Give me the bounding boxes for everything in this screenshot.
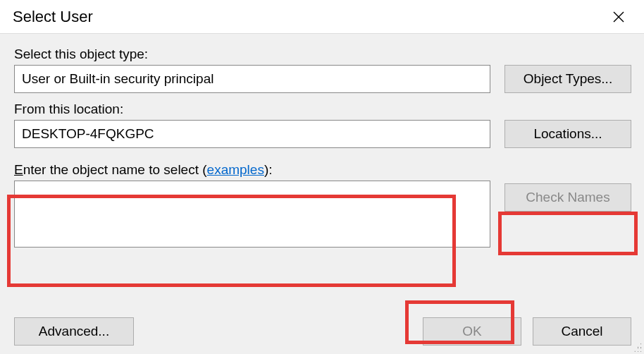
cancel-button[interactable]: Cancel xyxy=(533,317,631,346)
location-label: From this location: xyxy=(14,102,631,117)
locations-button[interactable]: Locations... xyxy=(504,120,631,148)
object-name-label: Enter the object name to select (example… xyxy=(14,162,631,178)
object-type-value: User or Built-in security principal xyxy=(14,65,490,93)
object-type-label: Select this object type: xyxy=(14,47,631,62)
resize-grip[interactable]: .:.:: xyxy=(633,343,643,353)
advanced-button[interactable]: Advanced... xyxy=(14,317,134,346)
examples-link[interactable]: examples xyxy=(207,162,264,177)
close-icon xyxy=(612,11,625,23)
ok-button[interactable]: OK xyxy=(423,317,521,346)
dialog-title: Select User xyxy=(13,8,93,26)
titlebar: Select User xyxy=(0,0,644,34)
object-type-section: Select this object type: User or Built-i… xyxy=(14,47,631,93)
location-section: From this location: DESKTOP-4FQKGPC Loca… xyxy=(14,102,631,148)
object-types-button[interactable]: Object Types... xyxy=(504,65,631,93)
object-name-section: Enter the object name to select (example… xyxy=(14,162,631,251)
dialog-content: Select this object type: User or Built-i… xyxy=(0,34,644,354)
check-names-button[interactable]: Check Names xyxy=(504,183,631,212)
location-value: DESKTOP-4FQKGPC xyxy=(14,120,490,148)
close-button[interactable] xyxy=(603,4,634,30)
footer-row: Advanced... OK Cancel xyxy=(14,317,631,346)
object-name-input[interactable] xyxy=(14,181,490,248)
